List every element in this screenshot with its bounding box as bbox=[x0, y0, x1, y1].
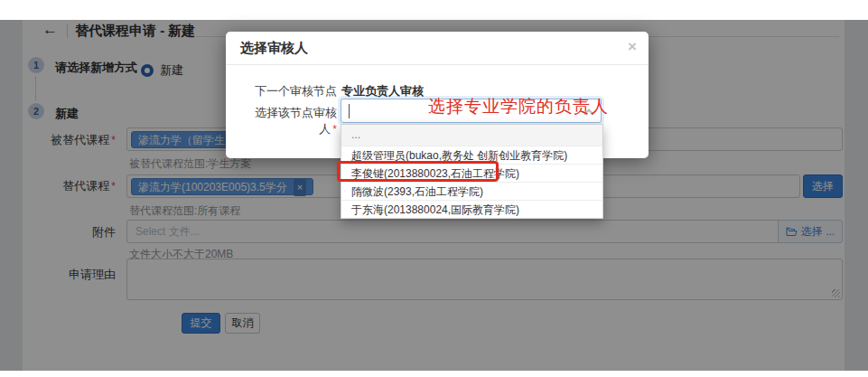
text-caret bbox=[349, 104, 350, 118]
dropdown-option[interactable]: ... bbox=[341, 125, 602, 146]
approver-label: 选择该节点审核人* bbox=[244, 105, 337, 137]
next-node-value: 专业负责人审核 bbox=[341, 83, 424, 99]
screen: ← 替代课程申请 - 新建 1 请选择新增方式 新建 2 新建 被替代课程* 渗… bbox=[0, 0, 868, 377]
approver-label-text: 选择该节点审核人 bbox=[255, 106, 337, 136]
annotation-highlight-box bbox=[337, 161, 499, 182]
next-node-label: 下一个审核节点 bbox=[244, 83, 337, 99]
annotation-hint-text: 选择专业学院的负责人 bbox=[428, 95, 609, 118]
close-icon[interactable]: × bbox=[628, 38, 637, 56]
dropdown-option[interactable]: 隋微波(2393,石油工程学院) bbox=[341, 182, 602, 200]
modal-title: 选择审核人 bbox=[240, 40, 308, 57]
required-mark: * bbox=[332, 123, 337, 136]
dropdown-option[interactable]: 于东海(2013880024,国际教育学院) bbox=[341, 200, 602, 218]
modal-header: 选择审核人 × bbox=[226, 32, 649, 65]
